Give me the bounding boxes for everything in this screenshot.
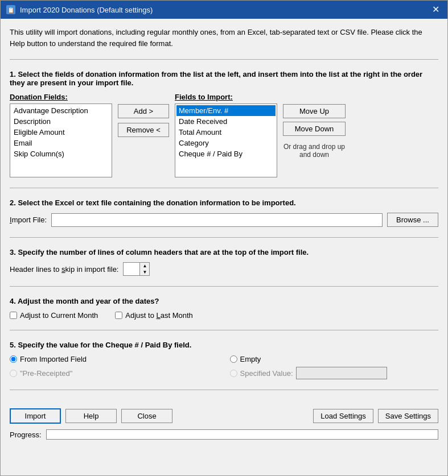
progress-row: Progress: — [1, 429, 447, 445]
right-buttons: Move Up Move Down Or drag and drop up an… — [283, 93, 346, 159]
section-2-title: 2. Select the Excel or text file contain… — [10, 198, 438, 207]
fields-area: Donation Fields: Advantage Description D… — [10, 93, 438, 177]
list-item[interactable]: Advantage Description — [11, 105, 110, 116]
browse-button[interactable]: Browse ... — [387, 213, 438, 227]
radio-imported-label[interactable]: From Imported Field — [10, 355, 219, 363]
radio-empty[interactable] — [230, 355, 237, 363]
section-5: 5. Specify the value for the Cheque # / … — [10, 335, 438, 385]
spinner-group: 1 ▲ ▼ — [123, 262, 150, 276]
move-up-button[interactable]: Move Up — [283, 104, 346, 118]
middle-buttons: Add > Remove < — [118, 93, 169, 137]
list-item[interactable]: Cheque # / Paid By — [176, 148, 276, 159]
drag-hint: Or drag and drop up and down — [283, 143, 346, 159]
title-bar: 📋 Import 2020 Donations (Default setting… — [1, 1, 447, 19]
header-lines-row: Header lines to skip in import file: 1 ▲… — [10, 262, 438, 276]
donation-fields-listbox[interactable]: Advantage Description Description Eligib… — [10, 104, 112, 177]
intro-text: This utility will import donations, incl… — [10, 27, 438, 49]
checkbox-row: Adjust to Current Month Adjust to Last M… — [10, 311, 438, 320]
adjust-last-checkbox-label[interactable]: Adjust to Last Month — [115, 311, 193, 320]
radio-specified-label[interactable]: Specified Value: — [230, 369, 293, 378]
close-button[interactable]: Close — [121, 409, 172, 423]
list-item[interactable]: Eligible Amount — [11, 127, 110, 138]
section-3-title: 3. Specify the number of lines of column… — [10, 248, 438, 256]
list-item[interactable]: Email — [11, 138, 110, 148]
section-4-title: 4. Adjust the month and year of the date… — [10, 297, 438, 305]
radio-specified-row: Specified Value: — [230, 367, 439, 379]
fields-to-import-group: Fields to Import: Member/Env. # Date Rec… — [175, 93, 277, 177]
list-item[interactable]: Member/Env. # — [176, 105, 276, 116]
radio-specified — [230, 370, 237, 377]
help-button[interactable]: Help — [65, 409, 117, 423]
import-file-input[interactable] — [51, 213, 383, 227]
donation-fields-label: Donation Fields: — [10, 93, 112, 101]
divider-2 — [10, 188, 438, 188]
section-1-title: 1. Select the fields of donation informa… — [10, 70, 438, 87]
divider-4 — [10, 286, 438, 287]
radio-prereceipted — [10, 370, 17, 377]
adjust-current-checkbox-label[interactable]: Adjust to Current Month — [10, 311, 98, 320]
radio-imported-text: From Imported Field — [20, 355, 87, 363]
radio-prereceipted-label[interactable]: "Pre-Receipted" — [10, 367, 219, 379]
window-title: Import 2020 Donations (Default settings) — [20, 6, 153, 14]
close-window-button[interactable]: ✕ — [430, 5, 442, 14]
list-item[interactable]: Description — [11, 116, 110, 127]
list-item[interactable]: Skip Column(s) — [11, 148, 110, 159]
spinner-buttons: ▲ ▼ — [139, 263, 149, 275]
list-item[interactable]: Date Received — [176, 116, 276, 127]
divider-3 — [10, 237, 438, 238]
move-down-button[interactable]: Move Down — [283, 122, 346, 136]
title-bar-left: 📋 Import 2020 Donations (Default setting… — [6, 5, 153, 14]
specified-value-input — [296, 367, 387, 379]
app-icon: 📋 — [6, 5, 15, 14]
progress-label: Progress: — [10, 431, 42, 439]
list-item[interactable]: Total Amount — [176, 127, 276, 138]
list-item[interactable]: Category — [176, 138, 276, 148]
adjust-current-label: Adjust to Current Month — [20, 311, 98, 320]
save-settings-button[interactable]: Save Settings — [378, 409, 438, 423]
bottom-bar-right: Load Settings Save Settings — [313, 409, 438, 423]
radio-grid: From Imported Field Empty "Pre-Receipted… — [10, 355, 438, 379]
radio-imported[interactable] — [10, 355, 17, 363]
header-lines-label: Header lines to skip in import file: — [10, 265, 118, 274]
divider-5 — [10, 330, 438, 330]
adjust-last-checkbox[interactable] — [115, 312, 122, 319]
main-window: 📋 Import 2020 Donations (Default setting… — [0, 0, 448, 476]
fields-to-import-label: Fields to Import: — [175, 93, 277, 101]
import-file-row: Import File: Browse ... — [10, 213, 438, 227]
header-lines-input[interactable]: 1 — [124, 263, 139, 275]
section-2: 2. Select the Excel or text file contain… — [10, 193, 438, 233]
divider-6 — [10, 390, 438, 390]
load-settings-button[interactable]: Load Settings — [313, 409, 373, 423]
section-5-title: 5. Specify the value for the Cheque # / … — [10, 341, 438, 349]
adjust-current-checkbox[interactable] — [10, 312, 17, 319]
radio-prereceipted-text: "Pre-Receipted" — [20, 369, 72, 378]
adjust-last-label: Adjust to Last Month — [125, 311, 193, 320]
radio-empty-text: Empty — [240, 355, 261, 363]
remove-button[interactable]: Remove < — [118, 123, 169, 137]
import-button[interactable]: Import — [10, 408, 61, 424]
divider-1 — [10, 59, 438, 60]
donation-fields-group: Donation Fields: Advantage Description D… — [10, 93, 112, 177]
import-file-label: Import File: — [10, 216, 47, 224]
spinner-up-button[interactable]: ▲ — [140, 263, 149, 269]
bottom-bar: Import Help Close Load Settings Save Set… — [1, 403, 447, 429]
spinner-down-button[interactable]: ▼ — [140, 269, 149, 275]
section-1: 1. Select the fields of donation informa… — [10, 64, 438, 183]
add-button[interactable]: Add > — [118, 104, 169, 118]
radio-empty-label[interactable]: Empty — [230, 355, 439, 363]
progress-bar-container — [46, 429, 438, 440]
section-3: 3. Specify the number of lines of column… — [10, 242, 438, 282]
radio-specified-text: Specified Value: — [240, 369, 293, 378]
content-area: This utility will import donations, incl… — [1, 19, 447, 403]
fields-to-import-listbox[interactable]: Member/Env. # Date Received Total Amount… — [175, 104, 277, 177]
section-4: 4. Adjust the month and year of the date… — [10, 291, 438, 325]
